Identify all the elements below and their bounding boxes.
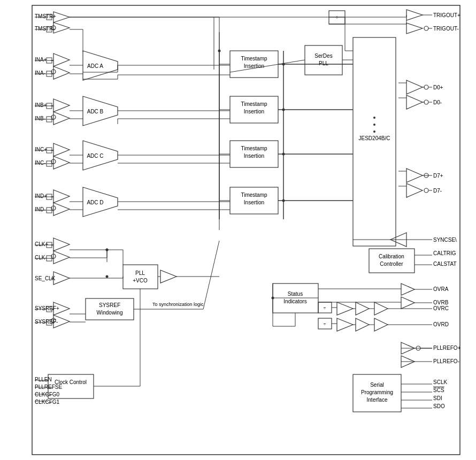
- svg-text:Insertion: Insertion: [244, 109, 264, 114]
- svg-marker-73: [401, 297, 414, 309]
- sclk-label: SCLK: [433, 379, 447, 385]
- ina-minus-label: INA-: [35, 70, 45, 76]
- adc-c-label: ADC C: [87, 153, 103, 159]
- svg-line-200: [230, 60, 305, 72]
- svg-marker-77: [374, 302, 388, 315]
- svg-marker-57: [160, 270, 176, 283]
- svg-point-48: [424, 188, 428, 193]
- status-indicators-label: Status: [288, 291, 303, 297]
- svg-marker-19: [53, 272, 70, 285]
- svg-line-161: [203, 241, 219, 309]
- svg-point-44: [424, 100, 428, 104]
- clk-minus-label: CLK-: [35, 255, 47, 260]
- svg-marker-18: [53, 251, 70, 264]
- svg-marker-9: [53, 112, 70, 125]
- d7-plus-label: D7+: [433, 173, 443, 179]
- inc-minus-label: INC-: [35, 160, 46, 166]
- svg-marker-7: [53, 99, 70, 112]
- svg-marker-76: [356, 302, 369, 315]
- svg-marker-79: [374, 318, 388, 331]
- svg-text:÷: ÷: [324, 321, 326, 327]
- calstat-label: CALSTAT: [433, 261, 457, 267]
- svg-point-279: [106, 249, 109, 251]
- svg-rect-37: [353, 37, 396, 246]
- svg-marker-43: [406, 95, 423, 109]
- svg-marker-47: [406, 183, 423, 197]
- timestamp2-label: Timestamp: [241, 101, 267, 107]
- tmstp-plus-label: TMSTP+: [35, 13, 56, 19]
- svg-marker-10: [53, 143, 70, 156]
- ovrc-label: OVRC: [433, 305, 449, 311]
- svg-text:Windowing: Windowing: [97, 310, 123, 316]
- timestamp3-label: Timestamp: [241, 145, 267, 151]
- svg-marker-51: [406, 23, 423, 34]
- sysref-windowing-label: SYSREF: [99, 302, 120, 308]
- svg-text:Indicators: Indicators: [283, 298, 306, 304]
- svg-marker-41: [406, 80, 423, 94]
- ind-plus-label: IND+: [35, 193, 47, 199]
- d7-minus-label: D7-: [433, 188, 442, 194]
- calibration-label: Calibration: [379, 254, 404, 259]
- svg-point-39: [373, 124, 375, 126]
- svg-marker-74: [337, 302, 353, 315]
- adc-d-label: ADC D: [87, 200, 103, 205]
- svg-text:Interface: Interface: [367, 397, 388, 403]
- svg-point-271: [282, 153, 285, 156]
- svg-marker-12: [53, 156, 70, 169]
- svg-marker-78: [356, 318, 369, 331]
- svg-point-283: [272, 297, 274, 300]
- svg-marker-4: [53, 53, 70, 66]
- svg-point-154: [106, 275, 109, 278]
- d0-plus-label: D0+: [433, 85, 443, 90]
- svg-text:Insertion: Insertion: [244, 200, 264, 205]
- svg-point-40: [373, 131, 375, 133]
- svg-marker-45: [406, 168, 423, 182]
- serdes-pll-label: SerDes: [314, 53, 332, 59]
- ind-minus-label: IND-: [35, 206, 46, 212]
- svg-text:Insertion: Insertion: [244, 153, 264, 159]
- svg-point-52: [424, 26, 428, 30]
- svg-marker-72: [401, 283, 414, 295]
- svg-marker-75: [337, 318, 353, 331]
- svg-text:To synchronization logic: To synchronization logic: [152, 302, 204, 307]
- svg-rect-58: [86, 298, 134, 320]
- svg-marker-6: [53, 66, 70, 79]
- svg-marker-50: [406, 10, 423, 20]
- ina-plus-label: INA+: [35, 57, 47, 63]
- timestamp4-label: Timestamp: [241, 192, 267, 198]
- d0-minus-label: D0-: [433, 99, 442, 105]
- sdi-label: SDI: [433, 395, 442, 401]
- caltrig-label: CALTRIG: [433, 250, 456, 256]
- svg-point-38: [373, 117, 375, 119]
- ovra-label: OVRA: [433, 286, 449, 292]
- syncse-label: SYNCSE\: [433, 237, 457, 243]
- svg-text:÷: ÷: [324, 305, 326, 311]
- inc-plus-label: INC+: [35, 147, 47, 152]
- adc-a-label: ADC A: [87, 63, 103, 69]
- pllrefo-plus-label: PLLREFO+: [433, 345, 461, 351]
- trigout-plus-label: TRIGOUT+: [433, 12, 460, 18]
- svg-point-262: [218, 50, 221, 52]
- pllrefo-minus-label: PLLREFO-: [433, 358, 459, 364]
- pll-vco-label: PLL: [135, 270, 145, 276]
- ovrd-label: OVRD: [433, 321, 449, 327]
- adc-b-label: ADC B: [87, 109, 104, 114]
- inb-minus-label: INB-: [35, 116, 45, 121]
- trigout-minus-label: TRIGOUT-: [433, 26, 459, 32]
- svg-text:PLL: PLL: [319, 60, 328, 66]
- serial-prog-label: Serial: [370, 382, 384, 388]
- svg-marker-15: [53, 203, 70, 216]
- svg-rect-55: [123, 265, 158, 289]
- clkcfg1-label: CLKCFG1: [35, 399, 60, 405]
- svg-text:+VCO: +VCO: [133, 278, 148, 283]
- svg-text:Programming: Programming: [361, 389, 393, 395]
- svg-marker-13: [53, 190, 70, 203]
- diagram-container: ADC A ADC B ADC C ADC D Timestamp Insert…: [0, 0, 476, 460]
- svg-text:Controller: Controller: [380, 261, 403, 267]
- scs-label: SCS: [433, 387, 444, 393]
- svg-marker-16: [53, 238, 70, 251]
- jesd-label: JESD204B/C: [359, 135, 390, 141]
- sdo-label: SDO: [433, 403, 445, 409]
- timestamp1-label: Timestamp: [241, 56, 267, 62]
- pllen-label: PLLEN: [35, 377, 52, 382]
